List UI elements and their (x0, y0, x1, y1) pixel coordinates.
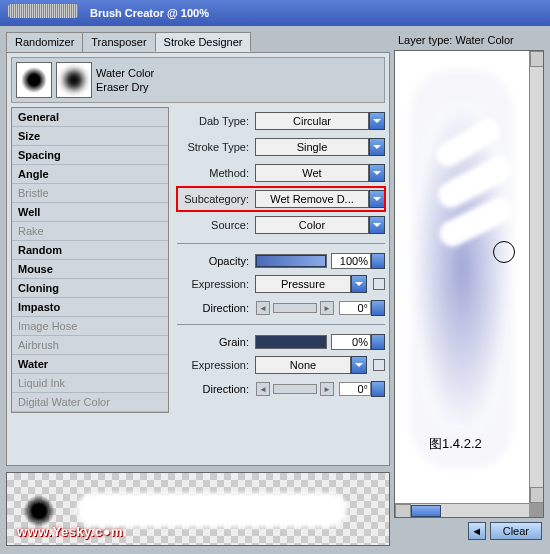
direction2-label: Direction: (177, 383, 255, 395)
method-label: Method: (177, 167, 255, 179)
source-select[interactable]: Color (255, 216, 369, 234)
expression1-label: Expression: (177, 278, 255, 290)
cat-bristle[interactable]: Bristle (12, 184, 168, 203)
cat-size[interactable]: Size (12, 127, 168, 146)
direction1-value[interactable]: 0° (339, 301, 371, 315)
subcategory-select[interactable]: Wet Remove D... (255, 190, 369, 208)
layer-type-label: Layer type: Water Color (394, 32, 544, 50)
direction2-value[interactable]: 0° (339, 382, 371, 396)
tab-stroke-designer[interactable]: Stroke Designer (155, 32, 252, 52)
dab-type-dropdown-icon[interactable] (369, 112, 385, 130)
watermark: www.Yesky.c●m (17, 524, 123, 539)
cat-water[interactable]: Water (12, 355, 168, 374)
method-dropdown-icon[interactable] (369, 164, 385, 182)
direction1-label: Direction: (177, 302, 255, 314)
source-label: Source: (177, 219, 255, 231)
clear-button[interactable]: Clear (490, 522, 542, 540)
stroke-type-dropdown-icon[interactable] (369, 138, 385, 156)
direction2-slider[interactable] (273, 384, 317, 394)
cat-digital-water[interactable]: Digital Water Color (12, 393, 168, 412)
category-list: General Size Spacing Angle Bristle Well … (11, 107, 169, 413)
app-icon (8, 4, 78, 18)
cat-angle[interactable]: Angle (12, 165, 168, 184)
grain-label: Grain: (177, 336, 255, 348)
opacity-step-icon[interactable] (371, 253, 385, 269)
subcategory-label: Subcategory: (177, 193, 255, 205)
expression1-dropdown-icon[interactable] (351, 275, 367, 293)
opacity-value[interactable]: 100% (331, 253, 371, 269)
brush-cursor-icon (493, 241, 515, 263)
cat-image-hose[interactable]: Image Hose (12, 317, 168, 336)
direction1-prev-icon[interactable]: ◄ (256, 301, 270, 315)
cat-well[interactable]: Well (12, 203, 168, 222)
stroke-type-label: Stroke Type: (177, 141, 255, 153)
figure-caption: 图1.4.2.2 (429, 435, 482, 453)
grain-value[interactable]: 0% (331, 334, 371, 350)
source-dropdown-icon[interactable] (369, 216, 385, 234)
brush-header: Water Color Eraser Dry (11, 57, 385, 103)
expression2-invert-checkbox[interactable] (373, 359, 385, 371)
brush-name-2: Eraser Dry (96, 80, 154, 94)
dab-type-label: Dab Type: (177, 115, 255, 127)
expression2-select[interactable]: None (255, 356, 351, 374)
cat-random[interactable]: Random (12, 241, 168, 260)
expression2-dropdown-icon[interactable] (351, 356, 367, 374)
stroke-type-select[interactable]: Single (255, 138, 369, 156)
direction1-slider[interactable] (273, 303, 317, 313)
grain-slider[interactable] (255, 335, 327, 349)
tab-transposer[interactable]: Transposer (82, 32, 155, 52)
vertical-scrollbar[interactable] (529, 51, 543, 503)
cat-spacing[interactable]: Spacing (12, 146, 168, 165)
horizontal-scrollbar[interactable] (395, 503, 529, 517)
dab-type-select[interactable]: Circular (255, 112, 369, 130)
opacity-label: Opacity: (177, 255, 255, 267)
direction1-step-icon[interactable] (371, 300, 385, 316)
method-select[interactable]: Wet (255, 164, 369, 182)
window-title: Brush Creator @ 100% (90, 7, 209, 19)
brush-canvas[interactable]: 图1.4.2.2 (394, 50, 544, 518)
brush-swatch-2[interactable] (56, 62, 92, 98)
expression1-select[interactable]: Pressure (255, 275, 351, 293)
cat-rake[interactable]: Rake (12, 222, 168, 241)
back-icon[interactable]: ◄ (468, 522, 486, 540)
expression2-label: Expression: (177, 359, 255, 371)
opacity-slider[interactable] (255, 254, 327, 268)
brush-name-1: Water Color (96, 66, 154, 80)
subcategory-dropdown-icon[interactable] (369, 190, 385, 208)
stroke-preview: www.Yesky.c●m (6, 472, 390, 546)
cat-mouse[interactable]: Mouse (12, 260, 168, 279)
direction2-next-icon[interactable]: ► (320, 382, 334, 396)
tab-bar: Randomizer Transposer Stroke Designer (6, 32, 390, 52)
tab-randomizer[interactable]: Randomizer (6, 32, 83, 52)
title-bar: Brush Creator @ 100% (0, 0, 550, 26)
direction2-step-icon[interactable] (371, 381, 385, 397)
brush-swatch-1[interactable] (16, 62, 52, 98)
cat-cloning[interactable]: Cloning (12, 279, 168, 298)
grain-step-icon[interactable] (371, 334, 385, 350)
cat-impasto[interactable]: Impasto (12, 298, 168, 317)
cat-liquid-ink[interactable]: Liquid Ink (12, 374, 168, 393)
cat-airbrush[interactable]: Airbrush (12, 336, 168, 355)
expression1-invert-checkbox[interactable] (373, 278, 385, 290)
direction2-prev-icon[interactable]: ◄ (256, 382, 270, 396)
direction1-next-icon[interactable]: ► (320, 301, 334, 315)
cat-general[interactable]: General (12, 108, 168, 127)
